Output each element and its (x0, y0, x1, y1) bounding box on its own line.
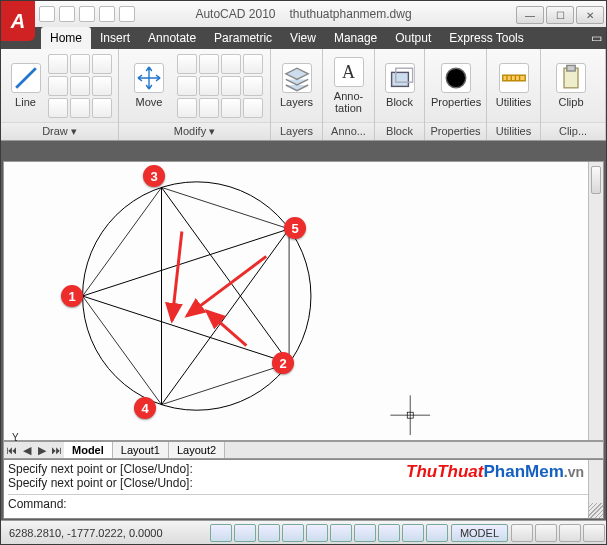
point-icon[interactable] (70, 98, 90, 118)
tab-annotate[interactable]: Annotate (139, 27, 205, 49)
tab-nav-prev[interactable]: ◀ (19, 444, 34, 457)
qat-open-icon[interactable] (59, 6, 75, 22)
status-extra-4[interactable] (583, 524, 605, 542)
drawing-canvas[interactable]: 1 2 3 4 5 Y X (3, 161, 604, 441)
erase-icon[interactable] (243, 54, 263, 74)
panel-modify-caption[interactable]: Modify ▾ (119, 122, 270, 140)
tab-parametric[interactable]: Parametric (205, 27, 281, 49)
panel-properties-caption[interactable]: Properties (425, 122, 486, 140)
model-space-toggle[interactable]: MODEL (451, 524, 508, 542)
panel-clipboard-caption[interactable]: Clip... (541, 122, 605, 140)
clipboard-button-label: Clipb (558, 96, 583, 108)
scale-icon[interactable] (199, 98, 219, 118)
trim-icon[interactable] (199, 54, 219, 74)
panel-draw-caption[interactable]: Draw ▾ (1, 122, 118, 140)
grid-toggle[interactable] (234, 524, 256, 542)
vertical-scrollbar[interactable] (588, 162, 603, 440)
line-button[interactable]: Line (7, 63, 44, 108)
utilities-button[interactable]: Utilities (493, 63, 534, 108)
arc-icon[interactable] (70, 54, 90, 74)
line-button-label: Line (15, 96, 36, 108)
status-extra-3[interactable] (559, 524, 581, 542)
dyn-toggle[interactable] (378, 524, 400, 542)
lwt-toggle[interactable] (402, 524, 424, 542)
tab-express-tools[interactable]: Express Tools (440, 27, 532, 49)
stretch-icon[interactable] (177, 98, 197, 118)
tab-manage[interactable]: Manage (325, 27, 386, 49)
properties-button-label: Properties (431, 96, 481, 108)
status-bar: 6288.2810, -1777.0222, 0.0000 MODEL (1, 520, 606, 544)
scrollbar-thumb[interactable] (591, 166, 601, 194)
polar-toggle[interactable] (282, 524, 304, 542)
offset-icon[interactable] (243, 98, 263, 118)
panel-modify: Move Modify ▾ (119, 49, 271, 140)
svg-line-0 (16, 68, 36, 88)
panel-block-caption[interactable]: Block (375, 122, 424, 140)
array-icon[interactable] (221, 98, 241, 118)
rectangle-icon[interactable] (48, 76, 68, 96)
rotate-icon[interactable] (177, 54, 197, 74)
hatch-icon[interactable] (92, 76, 112, 96)
ducs-toggle[interactable] (354, 524, 376, 542)
tab-home[interactable]: Home (41, 27, 91, 49)
layers-button[interactable]: Layers (277, 63, 316, 108)
maximize-button[interactable]: ☐ (546, 6, 574, 24)
vertex-marker-4: 4 (134, 397, 156, 419)
qat-new-icon[interactable] (39, 6, 55, 22)
circle-icon[interactable] (92, 54, 112, 74)
panel-layers: Layers Layers (271, 49, 323, 140)
extend-icon[interactable] (221, 54, 241, 74)
tab-output[interactable]: Output (386, 27, 440, 49)
title-bar: AutoCAD 2010 thuthuatphanmem.dwg — ☐ ✕ (1, 1, 606, 27)
mirror-icon[interactable] (199, 76, 219, 96)
app-menu-button[interactable]: A (1, 1, 35, 41)
block-icon (385, 63, 415, 93)
svg-rect-11 (567, 65, 575, 71)
qp-toggle[interactable] (426, 524, 448, 542)
otrack-toggle[interactable] (330, 524, 352, 542)
status-extra-1[interactable] (511, 524, 533, 542)
coordinates-readout: 6288.2810, -1777.0222, 0.0000 (1, 527, 171, 539)
tab-nav-first[interactable]: ⏮ (4, 444, 19, 456)
annotation-button[interactable]: A Anno- tation (329, 57, 368, 114)
clipboard-button[interactable]: Clipb (547, 63, 595, 108)
copy-icon[interactable] (177, 76, 197, 96)
ribbon-minimize-icon[interactable]: ▭ (586, 27, 606, 49)
status-extra-2[interactable] (535, 524, 557, 542)
minimize-button[interactable]: — (516, 6, 544, 24)
explode-icon[interactable] (243, 76, 263, 96)
qat-save-icon[interactable] (79, 6, 95, 22)
resize-grip-icon[interactable] (588, 503, 603, 518)
ribbon-tabs: Home Insert Annotate Parametric View Man… (1, 27, 606, 49)
tab-insert[interactable]: Insert (91, 27, 139, 49)
snap-toggle[interactable] (210, 524, 232, 542)
layout-tab-layout1[interactable]: Layout1 (113, 442, 169, 458)
layout-tab-layout2[interactable]: Layout2 (169, 442, 225, 458)
fillet-icon[interactable] (221, 76, 241, 96)
ortho-toggle[interactable] (258, 524, 280, 542)
tab-nav-next[interactable]: ▶ (34, 444, 49, 457)
move-button[interactable]: Move (125, 63, 173, 108)
panel-annotation-caption[interactable]: Anno... (323, 122, 374, 140)
panel-properties: Properties Properties (425, 49, 487, 140)
polyline-icon[interactable] (48, 54, 68, 74)
svg-point-12 (83, 182, 311, 410)
block-button[interactable]: Block (381, 63, 418, 108)
panel-utilities-caption[interactable]: Utilities (487, 122, 540, 140)
close-button[interactable]: ✕ (576, 6, 604, 24)
qat-redo-icon[interactable] (119, 6, 135, 22)
ellipse-icon[interactable] (70, 76, 90, 96)
qat-undo-icon[interactable] (99, 6, 115, 22)
layout-tab-model[interactable]: Model (64, 442, 113, 458)
panel-layers-caption[interactable]: Layers (271, 122, 322, 140)
command-history-line-1: Specify next point or [Close/Undo]: (8, 476, 599, 490)
region-icon[interactable] (92, 98, 112, 118)
tab-nav-last[interactable]: ⏭ (49, 444, 64, 456)
drawing-svg (4, 162, 603, 440)
spline-icon[interactable] (48, 98, 68, 118)
command-window[interactable]: Specify next point or [Close/Undo]: Spec… (3, 459, 604, 519)
arrow-5-to-center (187, 256, 266, 316)
tab-view[interactable]: View (281, 27, 325, 49)
osnap-toggle[interactable] (306, 524, 328, 542)
properties-button[interactable]: Properties (431, 63, 481, 108)
